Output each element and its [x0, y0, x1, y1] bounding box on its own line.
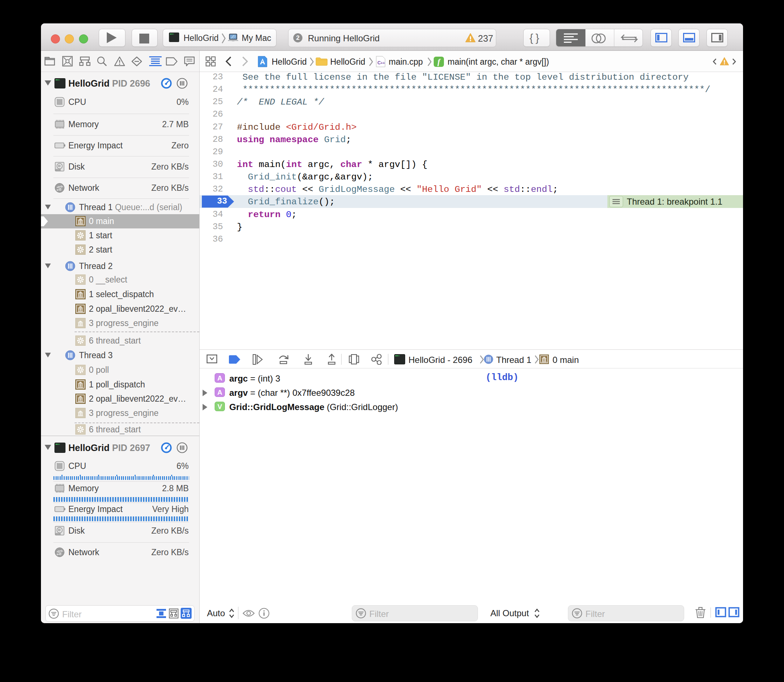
svg-text:++: ++	[381, 61, 385, 65]
